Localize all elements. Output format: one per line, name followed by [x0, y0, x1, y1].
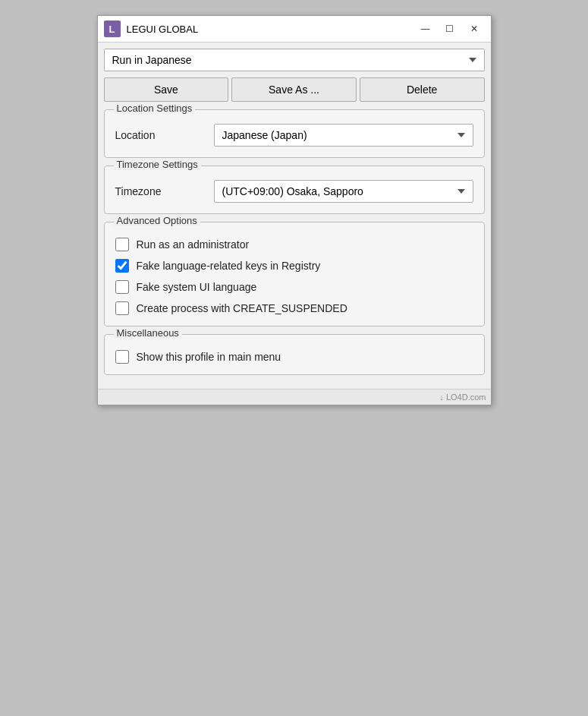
window-content: Run in Japanese Run in English Run in Fr… [98, 43, 491, 389]
watermark: ↓ LO4D.com [98, 389, 491, 405]
fake-ui-checkbox[interactable] [115, 280, 129, 294]
show-profile-label: Show this profile in main menu [137, 351, 281, 363]
admin-checkbox[interactable] [115, 238, 129, 251]
profile-select[interactable]: Run in Japanese Run in English Run in Fr… [104, 49, 485, 71]
create-proc-label: Create process with CREATE_SUSPENDED [137, 302, 347, 314]
delete-button[interactable]: Delete [360, 77, 485, 102]
show-profile-checkbox[interactable] [115, 350, 129, 364]
main-window: L LEGUI GLOBAL — ☐ ✕ Run in Japanese Run… [97, 15, 492, 405]
save-as-button[interactable]: Save As ... [231, 77, 357, 102]
create-proc-checkbox[interactable] [115, 301, 129, 315]
fake-lang-checkbox[interactable] [115, 259, 129, 273]
app-logo: L [104, 21, 121, 37]
timezone-section: Timezone Settings Timezone (UTC+09:00) O… [104, 166, 485, 214]
timezone-section-title: Timezone Settings [114, 159, 201, 170]
fake-lang-label: Fake language-related keys in Registry [137, 260, 321, 272]
window-title: LEGUI GLOBAL [127, 24, 415, 35]
action-buttons: Save Save As ... Delete [104, 77, 485, 102]
checkbox-row-admin: Run as an administrator [115, 238, 473, 251]
maximize-button[interactable]: ☐ [439, 21, 461, 37]
advanced-section-title: Advanced Options [114, 215, 200, 226]
timezone-select[interactable]: (UTC+09:00) Osaka, Sapporo (UTC+00:00) U… [214, 180, 473, 203]
misc-section: Miscellaneous Show this profile in main … [104, 334, 485, 375]
checkbox-row-fake-ui: Fake system UI language [115, 280, 473, 294]
title-bar: L LEGUI GLOBAL — ☐ ✕ [98, 16, 491, 43]
profile-dropdown-row: Run in Japanese Run in English Run in Fr… [104, 49, 485, 71]
advanced-section: Advanced Options Run as an administrator… [104, 222, 485, 326]
checkbox-row-show-profile: Show this profile in main menu [115, 350, 473, 364]
checkbox-row-create-proc: Create process with CREATE_SUSPENDED [115, 301, 473, 315]
save-button[interactable]: Save [104, 77, 229, 102]
minimize-button[interactable]: — [415, 21, 436, 37]
timezone-label: Timezone [115, 185, 214, 197]
location-section: Location Settings Location Japanese (Jap… [104, 109, 485, 158]
location-select[interactable]: Japanese (Japan) English (United States)… [214, 124, 473, 147]
admin-label: Run as an administrator [137, 238, 250, 251]
misc-section-title: Miscellaneous [114, 327, 182, 339]
timezone-row: Timezone (UTC+09:00) Osaka, Sapporo (UTC… [115, 180, 473, 203]
window-controls: — ☐ ✕ [415, 21, 485, 37]
location-section-title: Location Settings [114, 103, 196, 114]
location-label: Location [115, 129, 214, 141]
close-button[interactable]: ✕ [464, 21, 485, 37]
location-row: Location Japanese (Japan) English (Unite… [115, 124, 473, 147]
fake-ui-label: Fake system UI language [137, 281, 257, 293]
checkbox-row-fake-lang: Fake language-related keys in Registry [115, 259, 473, 273]
